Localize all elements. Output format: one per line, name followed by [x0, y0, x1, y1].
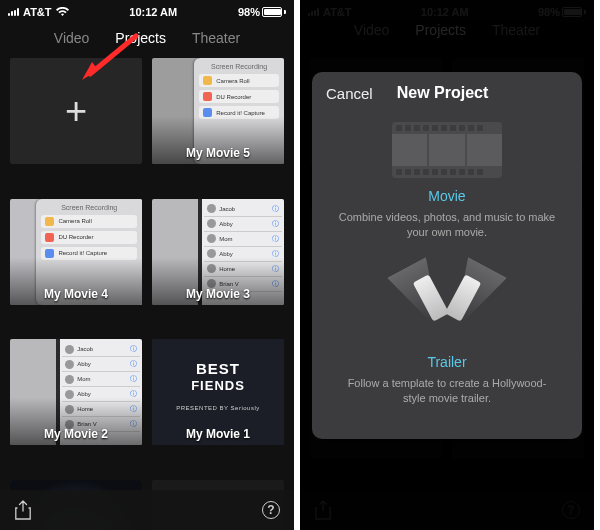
status-time: 10:12 AM [129, 6, 177, 18]
phone-right: AT&T 10:12 AM 98% Video Projects Theater… [300, 0, 594, 530]
bf-logo: BESTFIENDS [152, 361, 284, 393]
project-label: My Movie 3 [152, 287, 284, 301]
projects-grid[interactable]: + Screen Recording Camera Roll DU Record… [0, 58, 294, 530]
spotlight-icon [402, 264, 492, 344]
project-label: My Movie 5 [152, 146, 284, 160]
plus-icon: + [65, 92, 87, 130]
battery-indicator: 98% [238, 6, 286, 18]
movie-desc: Combine videos, photos, and music to mak… [332, 210, 562, 240]
wifi-icon [56, 7, 69, 17]
new-project-modal: Cancel New Project Movie Combine videos,… [312, 72, 582, 439]
project-tile[interactable]: BESTFIENDS PRESENTED BY Seriously My Mov… [152, 339, 284, 445]
battery-icon [262, 7, 282, 17]
share-icon[interactable] [14, 500, 32, 520]
new-project-tile[interactable]: + [10, 58, 142, 164]
carrier-label: AT&T [23, 6, 52, 18]
movie-option[interactable]: Movie Combine videos, photos, and music … [312, 116, 582, 258]
help-icon[interactable]: ? [262, 501, 280, 519]
battery-percent: 98% [238, 6, 260, 18]
project-label: My Movie 4 [10, 287, 142, 301]
tab-projects[interactable]: Projects [115, 30, 166, 46]
trailer-option[interactable]: Trailer Follow a template to create a Ho… [312, 258, 582, 424]
filmstrip-icon [392, 122, 502, 178]
signal-icon [8, 8, 19, 16]
cancel-button[interactable]: Cancel [326, 85, 373, 102]
trailer-desc: Follow a template to create a Hollywood-… [332, 376, 562, 406]
project-label: My Movie 2 [10, 427, 142, 441]
trailer-title: Trailer [332, 354, 562, 370]
project-tile[interactable]: Jacobⓘ Abbyⓘ Momⓘ Abbyⓘ Homeⓘ Brian Vⓘ M… [10, 339, 142, 445]
phone-left: AT&T 10:12 AM 98% Video Projects Theater… [0, 0, 294, 530]
tab-video[interactable]: Video [54, 30, 90, 46]
project-tile[interactable]: Screen Recording Camera Roll DU Recorder… [10, 199, 142, 305]
tab-theater[interactable]: Theater [192, 30, 240, 46]
bottom-toolbar: ? [0, 490, 294, 530]
project-label: My Movie 1 [152, 427, 284, 441]
modal-title: New Project [397, 84, 489, 102]
project-tile[interactable]: Screen Recording Camera Roll DU Recorder… [152, 58, 284, 164]
bf-sub: PRESENTED BY Seriously [152, 405, 284, 411]
project-tile[interactable]: Jacobⓘ Abbyⓘ Momⓘ Abbyⓘ Homeⓘ Brian Vⓘ M… [152, 199, 284, 305]
movie-title: Movie [332, 188, 562, 204]
top-tabs: Video Projects Theater [0, 22, 294, 58]
status-bar: AT&T 10:12 AM 98% [0, 0, 294, 22]
